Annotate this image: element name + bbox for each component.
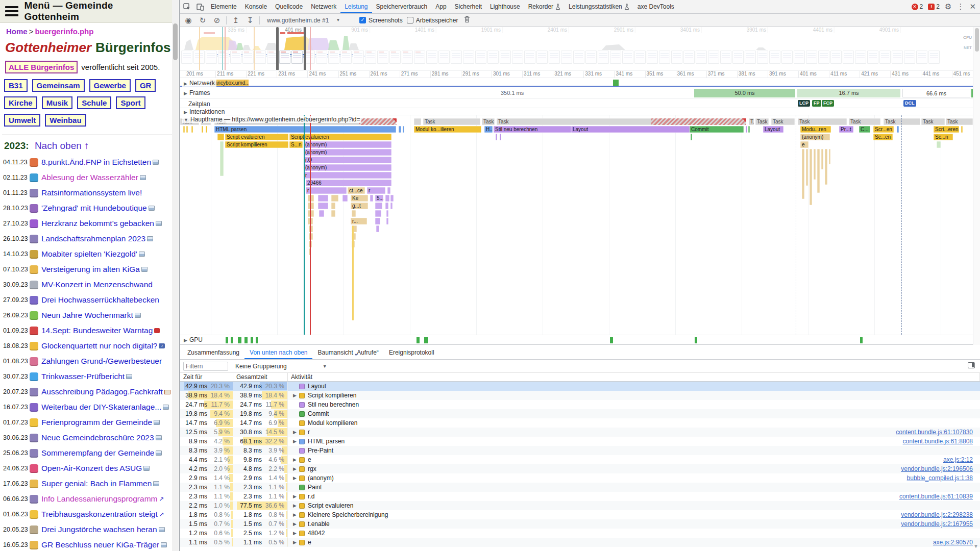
flame-bar[interactable] xyxy=(186,126,188,133)
table-row[interactable]: 1.2 ms0.6 %2.5 ms1.2 %▶48042 xyxy=(180,529,980,538)
dcl-marker-badge[interactable]: DCL xyxy=(903,100,916,107)
trash-icon[interactable] xyxy=(462,16,472,24)
flame-bar[interactable] xyxy=(961,126,963,133)
flame-bar[interactable]: Stil neu berechnen xyxy=(494,126,571,133)
selection-handle-right[interactable] xyxy=(304,27,306,70)
flame-bar[interactable] xyxy=(375,210,381,217)
news-link[interactable]: Drei Hochwasserrückhaltebecken xyxy=(41,295,159,305)
flame-bar[interactable] xyxy=(691,134,692,140)
column-activity[interactable]: Aktivität xyxy=(288,373,980,381)
flame-bar[interactable] xyxy=(386,210,388,217)
bottom-tab-von-unten-nach-oben[interactable]: Von unten nach oben xyxy=(244,346,312,359)
table-row[interactable]: 19.8 ms9.4 %19.8 ms9.4 %Commit xyxy=(180,409,980,418)
console-errors-badge[interactable]: ✕2 xyxy=(912,3,923,10)
table-row[interactable]: 4.4 ms2.1 %9.8 ms4.6 %▶eaxe.js:2:12 xyxy=(180,455,980,464)
flame-bar[interactable]: r xyxy=(306,187,347,194)
news-link[interactable]: Neun Jahre Wochenmarkt xyxy=(41,311,133,320)
show-sidebar-icon[interactable] xyxy=(968,362,975,368)
flame-bar[interactable] xyxy=(399,126,401,133)
screenshots-checkbox[interactable]: Screenshots xyxy=(359,17,403,24)
flame-chart[interactable]: TaskTaskTaskTaskTaskT...TaskTaskTaskTask… xyxy=(180,115,973,335)
flame-bar[interactable] xyxy=(386,218,388,224)
flame-bar[interactable]: Sc...en xyxy=(873,134,893,140)
flame-bar[interactable] xyxy=(897,126,899,133)
expander-icon[interactable]: ▶ xyxy=(293,439,299,444)
table-row[interactable]: 14.7 ms6.9 %14.7 ms6.9 %Modul kompiliere… xyxy=(180,418,980,428)
flame-bar[interactable]: HTML parsen xyxy=(214,126,396,133)
flame-bar[interactable]: Sc...n xyxy=(934,134,953,140)
timings-lane[interactable]: Zeitplan LCPFPFCPDCL xyxy=(180,99,973,108)
table-row[interactable]: 2.3 ms1.1 %2.3 ms1.1 %Paint xyxy=(180,483,980,492)
source-link[interactable]: content.bundle.js:61:10839 xyxy=(899,493,973,500)
task-bar[interactable]: Task xyxy=(921,118,945,125)
flame-bar[interactable]: r xyxy=(367,187,385,194)
flame-bar[interactable] xyxy=(359,118,397,125)
news-link[interactable]: Open-Air-Konzert des ASUG xyxy=(41,464,142,473)
device-toolbar-icon[interactable] xyxy=(193,0,207,13)
flame-bar[interactable] xyxy=(403,126,404,133)
tab-elemente[interactable]: Elemente xyxy=(207,0,241,13)
news-link[interactable]: 'Zehngrad' mit Hundeboutique xyxy=(41,204,147,213)
flame-bar[interactable] xyxy=(183,126,185,133)
expander-icon[interactable]: ▶ xyxy=(293,475,299,481)
tab-quellcode[interactable]: Quellcode xyxy=(271,0,307,13)
flame-bar[interactable] xyxy=(331,210,335,217)
flame-bar[interactable]: Modul ko...ilieren xyxy=(414,126,481,133)
save-profile-icon[interactable]: ↧ xyxy=(245,16,255,25)
flame-bar[interactable] xyxy=(331,203,335,209)
flame-bar[interactable]: r.O xyxy=(304,157,391,163)
table-row[interactable]: 1.1 ms0.5 %1.1 ms0.5 %▶eaxe.js:2:90570 xyxy=(180,538,980,547)
flame-bar[interactable] xyxy=(308,203,314,209)
filter-input[interactable] xyxy=(183,362,228,371)
tab-axe-devtools[interactable]: axe DevTools xyxy=(633,0,678,13)
table-row[interactable]: 42.9 ms20.3 %42.9 ms20.3 %Layout xyxy=(180,382,980,391)
flame-bar[interactable]: Modu...ren xyxy=(800,126,831,133)
flame-bar[interactable] xyxy=(748,126,750,133)
expander-icon[interactable]: ▶ xyxy=(293,503,299,508)
flame-bar[interactable] xyxy=(342,195,348,202)
settings-gear-icon[interactable]: ⚙ xyxy=(945,2,951,11)
screenshot-thumbnail[interactable] xyxy=(291,51,303,64)
column-self-time[interactable]: Zeit für Einzelakti... xyxy=(180,373,233,381)
flame-bar[interactable] xyxy=(390,203,393,209)
flame-bar[interactable] xyxy=(318,195,328,202)
flame-bar[interactable]: S...n xyxy=(289,141,303,148)
tab-sicherheit[interactable]: Sicherheit xyxy=(451,0,486,13)
frame-band[interactable]: 16.7 ms xyxy=(797,89,900,97)
news-link[interactable]: Herzkranz bekommt's gebacken xyxy=(41,219,154,228)
task-bar[interactable]: T... xyxy=(749,118,754,125)
news-link[interactable]: Ferienprogramm der Gemeinde xyxy=(41,418,152,427)
table-row[interactable]: 2.2 ms1.0 %77.5 ms36.6 %▶Script evaluier… xyxy=(180,501,980,510)
tag-button-b31[interactable]: B31 xyxy=(4,79,28,92)
flame-bar[interactable] xyxy=(385,203,388,209)
flame-bar[interactable] xyxy=(217,134,224,140)
flame-bar[interactable] xyxy=(387,187,390,194)
table-row[interactable]: 38.9 ms18.4 %38.9 ms18.4 %▶Script kompil… xyxy=(180,391,980,400)
flame-bar[interactable] xyxy=(370,195,373,202)
timeline-overview[interactable]: 335 ms401 ms901 ms1401 ms1901 ms2401 ms2… xyxy=(180,27,973,70)
flame-bar[interactable]: Pr...t xyxy=(839,126,853,133)
source-link[interactable]: axe.js:2:90570 xyxy=(933,539,973,546)
source-link[interactable]: content.bundle.js:61:8808 xyxy=(903,438,973,445)
news-link[interactable]: 14.Sept: Bundesweiter Warntag xyxy=(41,326,153,335)
news-link[interactable]: Ablesung der Wasserzähler xyxy=(41,173,138,182)
frames-lane[interactable]: ▶Frames 350.1 ms50.0 ms16.7 ms66.6 ms xyxy=(180,88,973,98)
news-link[interactable]: Landschaftsrahmenplan 2023 xyxy=(41,234,145,243)
expander-icon[interactable]: ▶ xyxy=(293,512,299,517)
flame-bar[interactable] xyxy=(308,195,314,202)
news-link[interactable]: Ratsinformationssystem live! xyxy=(41,188,142,197)
frame-band[interactable]: 66.6 ms xyxy=(902,89,970,97)
flame-bar[interactable]: 29466 xyxy=(306,180,391,186)
tab-netzwerk[interactable]: Netzwerk xyxy=(307,0,340,13)
flame-bar[interactable] xyxy=(375,203,382,209)
source-link[interactable]: vendor.bundle.js:2:298238 xyxy=(901,511,973,518)
tag-button-gr[interactable]: GR xyxy=(135,79,156,92)
tab-speicherverbrauch[interactable]: Speicherverbrauch xyxy=(372,0,432,13)
task-bar[interactable]: Task xyxy=(423,118,480,125)
flame-bar[interactable]: Commit xyxy=(690,126,744,133)
flame-bar[interactable] xyxy=(496,134,497,140)
flame-bar[interactable]: Script evaluieren xyxy=(289,134,391,140)
news-link[interactable]: Treibhausgaskonzentration steigt xyxy=(41,510,158,519)
source-link[interactable]: vendor.bundle.js:2:167955 xyxy=(901,520,973,528)
flame-bar[interactable]: g...t xyxy=(351,203,368,209)
